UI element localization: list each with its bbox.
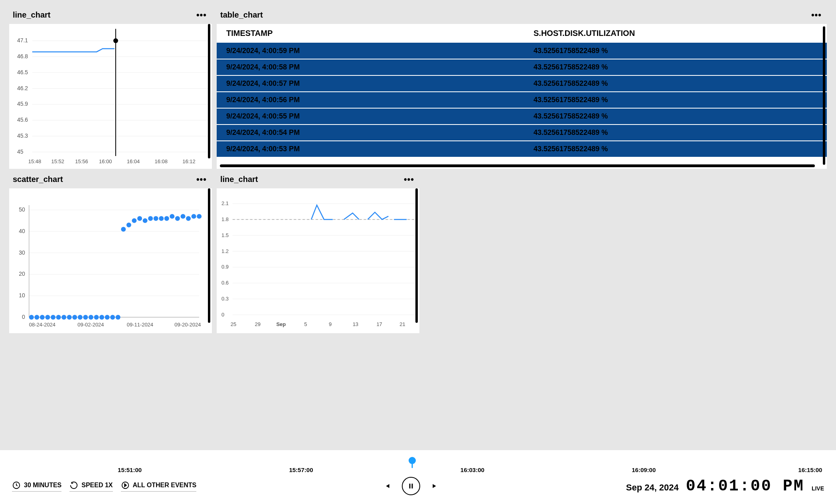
svg-point-49 xyxy=(83,315,88,320)
svg-text:9: 9 xyxy=(329,321,332,327)
svg-point-41 xyxy=(40,315,45,320)
timeline[interactable]: 15:51:0015:57:0016:03:0016:09:0016:15:00 xyxy=(12,457,824,473)
events-chip[interactable]: ALL OTHER EVENTS xyxy=(121,481,197,492)
svg-text:46.2: 46.2 xyxy=(17,85,28,91)
svg-text:0: 0 xyxy=(221,312,224,318)
svg-point-66 xyxy=(175,216,180,221)
svg-text:1.8: 1.8 xyxy=(221,216,229,222)
skip-next-icon xyxy=(431,482,439,490)
table-row[interactable]: 9/24/2024, 4:00:59 PM43.52561758522489 % xyxy=(217,43,827,59)
speed-icon xyxy=(69,481,78,490)
svg-point-50 xyxy=(89,315,93,320)
svg-text:16:04: 16:04 xyxy=(127,158,140,164)
timeline-tick: 16:15:00 xyxy=(798,466,822,473)
cell-ts: 9/24/2024, 4:00:53 PM xyxy=(217,142,524,156)
panel-scrubber[interactable] xyxy=(415,188,418,323)
panel-scatter-chart: scatter_chart ••• 50 40 30 20 10 xyxy=(9,172,212,334)
clock-date: Sep 24, 2024 xyxy=(626,482,679,493)
svg-point-54 xyxy=(110,315,115,320)
cell-ts: 9/24/2024, 4:00:54 PM xyxy=(217,126,524,139)
svg-text:45.3: 45.3 xyxy=(17,132,28,139)
svg-text:25: 25 xyxy=(231,321,236,327)
table-row[interactable]: 9/24/2024, 4:00:53 PM43.52561758522489 % xyxy=(217,141,827,157)
skip-next-button[interactable] xyxy=(431,482,439,490)
svg-rect-102 xyxy=(409,484,411,488)
pause-button[interactable] xyxy=(402,477,420,495)
table-row[interactable]: 9/24/2024, 4:00:55 PM43.52561758522489 % xyxy=(217,108,827,125)
panel-scrubber[interactable] xyxy=(823,26,825,165)
panel-scrubber[interactable] xyxy=(208,24,210,158)
table-row[interactable]: 9/24/2024, 4:00:57 PM43.52561758522489 % xyxy=(217,75,827,92)
svg-text:2.1: 2.1 xyxy=(221,200,229,206)
svg-point-48 xyxy=(78,315,83,320)
more-icon[interactable]: ••• xyxy=(402,178,416,182)
cell-ts: 9/24/2024, 4:00:58 PM xyxy=(217,61,524,74)
svg-point-43 xyxy=(51,315,55,320)
svg-point-57 xyxy=(126,223,131,227)
svg-text:16:12: 16:12 xyxy=(182,158,195,164)
chart-area[interactable]: 50 40 30 20 10 0 xyxy=(9,188,212,333)
svg-point-67 xyxy=(181,214,186,219)
cell-ts: 9/24/2024, 4:00:59 PM xyxy=(217,44,524,57)
svg-point-45 xyxy=(61,315,66,320)
svg-text:21: 21 xyxy=(399,321,405,327)
cell-ts: 9/24/2024, 4:00:57 PM xyxy=(217,77,524,90)
svg-text:47.1: 47.1 xyxy=(17,37,28,43)
panel-line-chart-2: line_chart ••• 2.1 1.8 1.5 1.2 0.9 0. xyxy=(216,172,420,334)
cell-val: 43.52561758522489 % xyxy=(524,110,827,123)
svg-point-46 xyxy=(67,315,72,320)
svg-point-53 xyxy=(105,315,110,320)
speed-chip[interactable]: SPEED 1X xyxy=(69,481,113,492)
svg-text:30: 30 xyxy=(19,249,25,256)
svg-text:13: 13 xyxy=(353,321,358,327)
clock-back-icon xyxy=(12,481,21,490)
svg-text:46.5: 46.5 xyxy=(17,69,28,75)
horizontal-scrollbar[interactable] xyxy=(220,164,815,167)
events-label: ALL OTHER EVENTS xyxy=(133,482,197,489)
svg-point-59 xyxy=(137,216,142,221)
panel-scrubber[interactable] xyxy=(208,188,210,323)
skip-event-icon xyxy=(121,481,130,490)
cell-val: 43.52561758522489 % xyxy=(524,77,827,90)
skip-prev-icon xyxy=(383,482,391,490)
svg-point-65 xyxy=(170,214,174,219)
svg-text:16:08: 16:08 xyxy=(155,158,168,164)
svg-text:1.5: 1.5 xyxy=(221,232,229,238)
more-icon[interactable]: ••• xyxy=(195,178,208,182)
live-indicator[interactable]: LIVE xyxy=(812,485,824,492)
svg-point-52 xyxy=(99,315,104,320)
svg-text:15:52: 15:52 xyxy=(51,158,64,164)
cell-val: 43.52561758522489 % xyxy=(524,93,827,107)
table-row[interactable]: 9/24/2024, 4:00:54 PM43.52561758522489 % xyxy=(217,125,827,141)
panel-table-chart: table_chart ••• TIMESTAMP S.HOST.DISK.UT… xyxy=(216,8,827,169)
col-header-utilization[interactable]: S.HOST.DISK.UTILIZATION xyxy=(524,26,827,40)
timeline-tick: 15:51:00 xyxy=(118,466,142,473)
playhead[interactable] xyxy=(409,457,416,464)
svg-point-47 xyxy=(72,315,77,320)
svg-text:29: 29 xyxy=(255,321,261,327)
svg-point-17 xyxy=(113,38,118,43)
svg-point-55 xyxy=(116,315,121,320)
chart-area[interactable]: 2.1 1.8 1.5 1.2 0.9 0.6 0.3 0 xyxy=(217,188,419,333)
more-icon[interactable]: ••• xyxy=(810,13,823,17)
more-icon[interactable]: ••• xyxy=(195,13,208,17)
svg-point-51 xyxy=(94,315,99,320)
svg-text:09-02-2024: 09-02-2024 xyxy=(77,322,104,328)
speed-label: SPEED 1X xyxy=(81,482,113,489)
table-row[interactable]: 9/24/2024, 4:00:58 PM43.52561758522489 % xyxy=(217,59,827,75)
duration-chip[interactable]: 30 MINUTES xyxy=(12,481,61,492)
col-header-timestamp[interactable]: TIMESTAMP xyxy=(217,26,524,40)
chart-area[interactable]: 47.1 46.8 46.5 46.2 45.9 45.6 45.3 45 xyxy=(9,24,212,169)
table-row[interactable]: 9/24/2024, 4:00:56 PM43.52561758522489 % xyxy=(217,92,827,108)
svg-point-56 xyxy=(121,227,126,231)
timeline-tick: 15:57:00 xyxy=(289,466,313,473)
svg-text:5: 5 xyxy=(304,321,307,327)
skip-prev-button[interactable] xyxy=(383,482,391,490)
svg-text:46.8: 46.8 xyxy=(17,53,28,59)
pause-icon xyxy=(407,482,415,490)
svg-point-58 xyxy=(132,218,136,223)
cell-val: 43.52561758522489 % xyxy=(524,142,827,156)
svg-text:08-24-2024: 08-24-2024 xyxy=(29,322,55,328)
transport-bar: 15:51:0015:57:0016:03:0016:09:0016:15:00… xyxy=(0,450,836,504)
cell-ts: 9/24/2024, 4:00:55 PM xyxy=(217,110,524,123)
